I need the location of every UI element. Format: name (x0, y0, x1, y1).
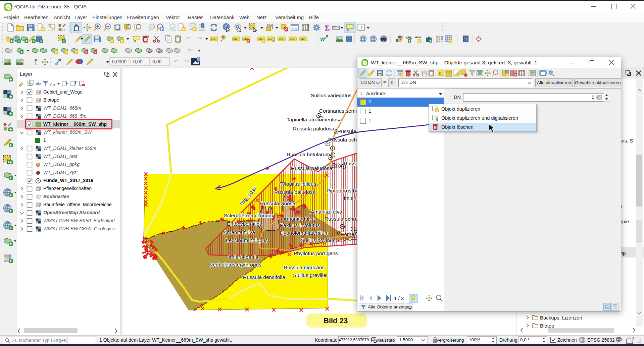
svg-text:Russula densifolia: Russula densifolia (243, 274, 285, 280)
svg-text:Tapinella atrotomentosa: Tapinella atrotomentosa (287, 117, 342, 122)
svg-text:Phyllotus porrigens: Phyllotus porrigens (294, 250, 338, 256)
svg-text:Russula vinosa: Russula vinosa (260, 200, 295, 206)
svg-text:Russula paludosa: Russula paludosa (293, 126, 335, 131)
svg-text:Bild 23: Bild 23 (324, 316, 348, 325)
svg-text:1 / 3: 1 / 3 (394, 295, 404, 301)
svg-text:Amanita fulva: Amanita fulva (283, 216, 315, 222)
svg-text:Amanita fulva: Amanita fulva (311, 209, 342, 215)
svg-text:Backups, Lizenzen: Backups, Lizenzen (540, 315, 582, 321)
svg-text:0,0000: 0,0000 (112, 59, 127, 64)
svg-text:?: ? (197, 57, 199, 61)
svg-text:Suillus grevillei: Suillus grevillei (293, 272, 328, 278)
svg-text:Russula: Russula (337, 128, 356, 134)
svg-text:Russula betularum: Russula betularum (287, 152, 330, 157)
svg-text:Imleria badia: Imleria badia (229, 254, 258, 260)
svg-text:Paxillus involutus: Paxillus involutus (280, 222, 320, 228)
svg-text:Tylopilus felleus: Tylopilus felleus (280, 181, 316, 187)
svg-text:Suillus bovinus: Suillus bovinus (301, 237, 336, 243)
svg-text:Hypholoma lateritium: Hypholoma lateritium (280, 230, 329, 236)
svg-text:ε: ε (439, 70, 441, 75)
svg-text:0,00: 0,00 (152, 59, 161, 64)
svg-text:Russula paludosa: Russula paludosa (291, 165, 333, 171)
svg-text:ε: ε (50, 81, 52, 86)
svg-text:Leccinum holopus: Leccinum holopus (226, 237, 268, 243)
svg-text:Russula paludosa: Russula paludosa (274, 189, 316, 195)
svg-text:Russula nigricans: Russula nigricans (284, 265, 325, 270)
svg-text:Suillus variegatus: Suillus variegatus (311, 93, 352, 98)
svg-text:Amanita fulva: Amanita fulva (224, 229, 255, 235)
svg-text:Entocybe nitida: Entocybe nitida (227, 221, 262, 227)
svg-text:Neoboletus erythropus: Neoboletus erythropus (209, 262, 261, 268)
svg-text:Scleroderma citrinum: Scleroderma citrinum (224, 213, 273, 218)
svg-text:0,00: 0,00 (133, 59, 142, 64)
